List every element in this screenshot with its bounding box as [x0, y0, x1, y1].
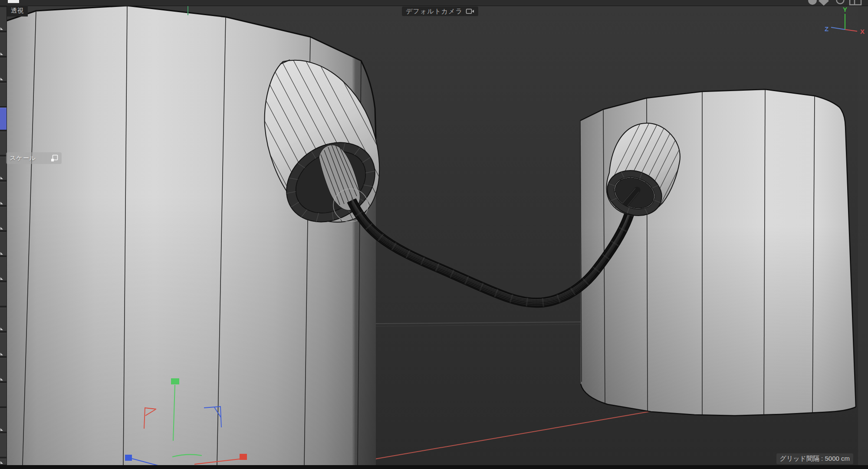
submenu-corner-icon [0, 461, 3, 464]
sidebar-tool-button[interactable] [0, 83, 7, 107]
sidebar-tool-button[interactable] [0, 459, 7, 465]
sidebar-tool-button[interactable] [0, 182, 7, 206]
sidebar-tool-button-active[interactable] [0, 108, 7, 130]
sidebar-tool-button[interactable] [0, 358, 7, 382]
viewport-menu-icons [806, 0, 867, 6]
submenu-corner-icon [0, 353, 3, 355]
sidebar-tool-button[interactable] [0, 33, 7, 56]
sidebar-tool-button[interactable] [0, 7, 7, 31]
submenu-corner-icon [0, 378, 3, 380]
submenu-corner-icon [0, 428, 3, 431]
grid-spacing-label: グリッド間隔 : 5000 cm [776, 453, 853, 464]
submenu-corner-icon [0, 78, 3, 80]
display-icon[interactable] [850, 0, 861, 5]
submenu-corner-icon [0, 27, 3, 30]
sidebar-tool-button[interactable] [0, 131, 7, 155]
sidebar-tool-button[interactable] [0, 308, 7, 331]
submenu-corner-icon [0, 227, 3, 230]
tool-sidebar [0, 6, 7, 465]
sidebar-tool-button[interactable] [0, 408, 7, 432]
scene-canvas[interactable] [0, 0, 868, 469]
scale-tooltip: スケール [6, 152, 62, 164]
axis-z-label: Z [825, 25, 829, 33]
diamond-icon[interactable] [819, 0, 829, 6]
gizmo-y-handle[interactable] [171, 378, 179, 384]
axis-gizmo: Y Z X [823, 6, 867, 40]
ring-icon[interactable] [837, 0, 844, 4]
gizmo-z-handle[interactable] [125, 455, 132, 461]
sidebar-tool-button[interactable] [0, 282, 7, 306]
scale-tooltip-text: スケール [10, 154, 36, 162]
sidebar-tool-button[interactable] [0, 433, 7, 457]
sidebar-tool-button[interactable] [0, 383, 7, 407]
sidebar-tool-button[interactable] [0, 157, 7, 180]
projection-label[interactable]: 透視 [7, 6, 28, 16]
sidebar-tool-button[interactable] [0, 232, 7, 256]
sidebar-tool-button[interactable] [0, 333, 7, 357]
camera-label-text: デフォルトカメラ [406, 7, 463, 16]
axis-y-label: Y [843, 6, 847, 13]
submenu-corner-icon [0, 52, 3, 55]
sidebar-tool-button[interactable] [0, 257, 7, 281]
submenu-corner-icon [0, 277, 3, 280]
top-menu-bar [0, 0, 868, 6]
scale-icon [51, 154, 58, 162]
camera-label[interactable]: デフォルトカメラ [402, 7, 478, 16]
axis-x-label: X [860, 28, 865, 35]
viewport-bottom-bar [0, 465, 868, 469]
submenu-corner-icon [0, 252, 3, 255]
submenu-corner-icon [0, 202, 3, 204]
app-icon[interactable] [8, 0, 19, 3]
submenu-corner-icon [0, 177, 3, 179]
submenu-corner-icon [0, 328, 3, 330]
camera-icon [466, 8, 474, 14]
circle-icon[interactable] [808, 0, 817, 5]
sidebar-tool-button[interactable] [0, 58, 7, 82]
far-right-shade-band [858, 6, 868, 465]
sidebar-tool-button[interactable] [0, 207, 7, 231]
gizmo-x-handle[interactable] [240, 454, 247, 460]
application-window: 透視 デフォルトカメラ スケール Y Z X グリッド間隔 : 5000 cm [0, 0, 868, 469]
